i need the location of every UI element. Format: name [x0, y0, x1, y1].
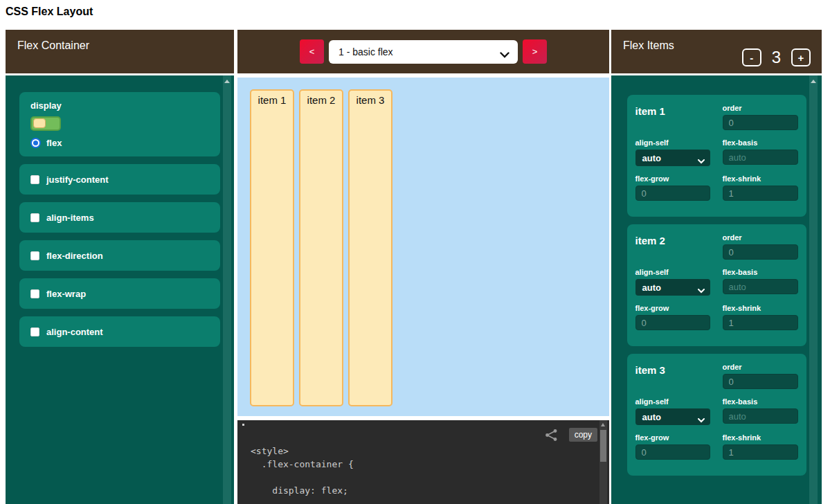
flex-basis-field: flex-basis [723, 138, 798, 166]
flex-grow-field: flex-grow [635, 433, 710, 460]
flex-shrink-label: flex-shrink [723, 174, 798, 183]
flex-shrink-label: flex-shrink [723, 304, 798, 312]
example-select-value: 1 - basic flex [339, 46, 393, 57]
flex-shrink-field: flex-shrink [723, 304, 798, 330]
flex-basis-input[interactable] [723, 408, 798, 424]
flex-shrink-input[interactable] [723, 315, 798, 330]
property-label: align-items [46, 213, 94, 223]
flex-basis-label: flex-basis [723, 268, 798, 276]
item-2-card: item 2 order align-self auto flex-basis [627, 224, 806, 346]
align-self-select[interactable]: auto [635, 279, 710, 296]
radio-flex-label: flex [46, 138, 62, 148]
left-panel-scrollbar[interactable] [223, 75, 231, 504]
scroll-up-icon[interactable] [224, 80, 230, 83]
order-label: order [723, 363, 798, 371]
flex-items-header: Flex Items - 3 + [611, 30, 822, 73]
example-nav: < 1 - basic flex > [237, 30, 609, 73]
flex-basis-input[interactable] [723, 279, 798, 294]
display-label: display [30, 100, 209, 111]
align-self-field: align-self auto [635, 397, 710, 425]
order-label: order [723, 233, 798, 242]
page-title: CSS Flex Layout [6, 6, 93, 18]
copy-button[interactable]: copy [569, 428, 597, 442]
code-line: <style> [251, 446, 354, 459]
item-name: item 2 [635, 233, 710, 260]
app-root: CSS Flex Layout Flex Container display f… [0, 0, 830, 504]
scrollbar-thumb[interactable] [600, 430, 606, 462]
prev-example-button[interactable]: < [300, 39, 324, 64]
scroll-up-icon[interactable] [601, 423, 605, 426]
preview-item-3: item 3 [348, 89, 393, 406]
order-input[interactable] [723, 244, 798, 260]
code-line [251, 472, 354, 485]
display-flex-option[interactable]: flex [30, 138, 209, 148]
flex-shrink-field: flex-shrink [723, 433, 798, 460]
checkbox-icon[interactable] [30, 327, 39, 336]
flex-grow-field: flex-grow [635, 304, 710, 330]
remove-item-button[interactable]: - [742, 48, 761, 66]
align-self-select[interactable]: auto [635, 408, 710, 425]
align-self-label: align-self [635, 397, 710, 406]
property-flex-direction[interactable]: flex-direction [19, 240, 220, 271]
scroll-up-icon[interactable] [811, 80, 816, 83]
checkbox-icon[interactable] [30, 175, 39, 184]
order-field: order [723, 363, 798, 389]
right-panel-scrollbar[interactable] [809, 75, 818, 504]
preview-item-1: item 1 [250, 89, 294, 406]
property-align-items[interactable]: align-items [19, 202, 220, 233]
flex-basis-input[interactable] [723, 150, 798, 165]
item-count-controls: - 3 + [742, 48, 811, 67]
checkbox-icon[interactable] [30, 213, 39, 222]
align-self-value: auto [642, 412, 661, 422]
align-self-field: align-self auto [635, 268, 710, 296]
order-field: order [723, 104, 798, 130]
next-example-button[interactable]: > [523, 39, 547, 64]
flex-container-header: Flex Container [6, 30, 234, 73]
display-card: display flex [19, 92, 220, 156]
property-flex-wrap[interactable]: flex-wrap [19, 278, 220, 309]
code-line: display: flex; [251, 485, 354, 498]
code-panel: copy <style> .flex-container { display: … [237, 420, 609, 504]
display-toggle[interactable] [30, 116, 61, 131]
flex-shrink-input[interactable] [723, 186, 798, 201]
item-count: 3 [772, 48, 781, 67]
order-field: order [723, 233, 798, 260]
property-justify-content[interactable]: justify-content [19, 164, 220, 195]
flex-shrink-field: flex-shrink [723, 174, 798, 201]
item-1-card: item 1 order align-self auto flex-basis [627, 95, 806, 217]
flex-shrink-input[interactable] [723, 444, 798, 460]
align-self-value: auto [642, 153, 661, 163]
order-input[interactable] [723, 115, 798, 130]
align-self-select[interactable]: auto [635, 150, 710, 166]
flex-grow-input[interactable] [635, 186, 710, 201]
code-bullet-icon [242, 424, 244, 426]
chevron-down-icon [698, 156, 705, 166]
order-input[interactable] [723, 374, 798, 389]
item-name: item 3 [635, 363, 710, 389]
property-label: flex-direction [46, 251, 103, 261]
chevron-down-icon [698, 285, 705, 296]
flex-grow-input[interactable] [635, 315, 710, 330]
item-name: item 1 [635, 104, 710, 130]
property-label: justify-content [46, 174, 109, 185]
align-self-value: auto [642, 282, 661, 293]
align-self-label: align-self [635, 268, 710, 276]
chevron-down-icon [698, 415, 705, 425]
flex-basis-field: flex-basis [723, 268, 798, 296]
flex-grow-input[interactable] [635, 444, 710, 460]
radio-selected-icon[interactable] [30, 138, 41, 148]
order-label: order [723, 104, 798, 112]
property-align-content[interactable]: align-content [19, 316, 220, 347]
checkbox-icon[interactable] [30, 289, 39, 298]
checkbox-icon[interactable] [30, 251, 39, 260]
add-item-button[interactable]: + [791, 48, 811, 66]
chevron-down-icon [500, 49, 509, 60]
code-scrollbar[interactable] [599, 420, 607, 504]
share-icon[interactable] [545, 429, 558, 444]
toggle-knob-icon [33, 118, 46, 128]
property-label: align-content [46, 327, 103, 337]
flex-grow-label: flex-grow [635, 433, 710, 442]
example-select[interactable]: 1 - basic flex [329, 40, 518, 64]
flex-grow-label: flex-grow [635, 304, 710, 312]
flex-items-body: item 1 order align-self auto flex-basis [611, 75, 822, 504]
